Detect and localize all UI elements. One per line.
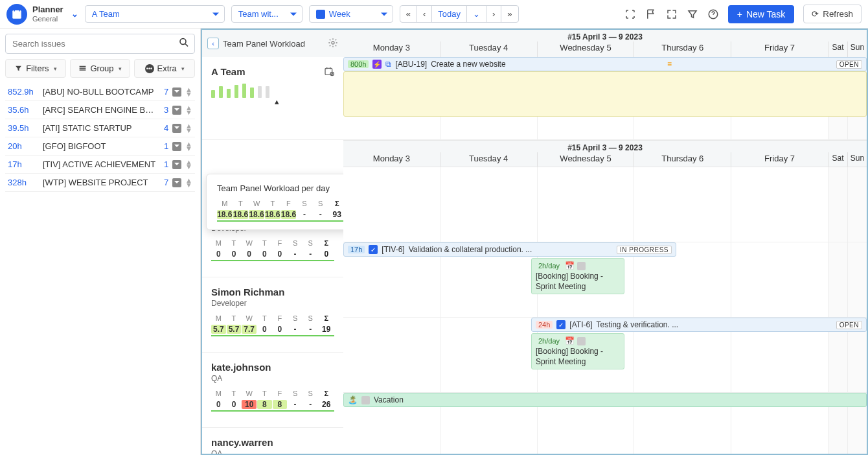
team-with-select[interactable]: Team wit... [231,5,303,23]
nav-first[interactable]: « [400,6,417,22]
panel-collapse-button[interactable]: ‹ [207,38,219,49]
task-vacation[interactable]: 🏝️ Vacation [343,393,867,407]
day-header: Tuesday 4 [440,41,537,57]
issue-hours: 20h [8,141,39,151]
nav-next[interactable]: › [486,6,501,22]
extra-button[interactable]: ••• Extra▾ [134,59,195,78]
topbar: Planner General ⌄ A Team Team wit... Wee… [0,0,868,29]
day-header: Sun [847,152,867,167]
nav-today[interactable]: Today [432,6,467,22]
task-tiv-key: [TIV-6] [382,245,404,254]
task-ati[interactable]: 24h ✓ [ATI-6] Testing & verification. ..… [531,318,867,332]
svg-rect-6 [325,68,332,75]
issue-row[interactable]: 852.9h [ABU] NO-BULL BOOTCAMP 7 ▲▼ [5,83,195,101]
member-name: Simon Richman [211,286,334,298]
issue-dropdown-icon[interactable] [172,106,181,115]
issue-dropdown-icon[interactable] [172,124,181,133]
task-ati-status: OPEN [836,321,862,329]
task-ati-key: [ATI-6] [569,320,592,329]
filter-row: Filters▾ Group▾ ••• Extra▾ [5,59,195,78]
member-role: QA [211,449,334,454]
flag-icon[interactable] [645,8,657,20]
issue-row[interactable]: 20h [GFO] BIGFOOT 1 ▲▼ [5,137,195,156]
issue-sort-icon[interactable]: ▲▼ [185,106,192,115]
calendar-week-icon [316,10,325,19]
issue-count: 7 [159,87,168,97]
issue-row[interactable]: 328h [WTP] WEBSITE PROJECT 7 ▲▼ [5,174,195,192]
task-abu-span[interactable] [343,71,867,117]
task-tiv-status: IN PROGRESS [617,246,672,254]
vacation-icon: 🏝️ [348,395,358,404]
app-dropdown[interactable]: ⌄ [71,9,78,19]
gear-icon[interactable] [328,38,338,50]
group-button[interactable]: Group▾ [70,59,131,78]
team-name: A Team [211,66,334,77]
nav-prev[interactable]: ‹ [417,6,432,22]
issue-dropdown-icon[interactable] [172,142,181,151]
issue-dropdown-icon[interactable] [172,178,181,187]
help-icon[interactable] [707,8,719,20]
day-header: Tuesday 4 [440,152,537,167]
calendar: #15 April 3 — 9 2023 Monday 3Tuesday 4We… [343,29,868,455]
task-abu-key: [ABU-19] [395,60,427,69]
calendar-add-icon[interactable] [324,66,334,78]
issue-hours: 328h [8,178,39,187]
plus-icon: + [737,9,742,19]
issue-count: 1 [159,159,168,169]
cal-nancy-section: 🏝️ Vacation [343,393,867,455]
filter-icon[interactable] [687,8,698,20]
task-abu-hours: 800h [348,60,369,68]
app-subtitle: General [32,15,63,23]
issue-name: [WTP] WEBSITE PROJECT [43,178,155,187]
search-input[interactable] [5,34,195,54]
filters-button[interactable]: Filters▾ [5,59,66,78]
refresh-label: Refresh [823,9,853,19]
cal-simon-section: 17h ✓ [TIV-6] Validation & collateral pr… [343,242,867,318]
new-task-label: New Task [746,9,785,19]
issue-dropdown-icon[interactable] [172,160,181,169]
new-task-button[interactable]: + New Task [728,5,795,23]
content: ‹ Team Panel Workload A Team [201,29,868,455]
team-select[interactable]: A Team [85,5,225,23]
date-nav: « ‹ Today ⌄ › » [400,5,519,23]
period-value: Week [329,9,350,19]
issue-sort-icon[interactable]: ▲▼ [185,142,192,151]
team-summary-row: A Team ▴ [202,57,343,140]
member-role: QA [211,374,334,383]
task-abu[interactable]: 800h ⚡ ⧉ [ABU-19] Create a new website ≡… [343,57,867,71]
member-row: Simon Richman Developer MTWTFSSΣ5.75.77.… [202,277,343,353]
refresh-button[interactable]: ⟳ Refresh [803,5,862,23]
cal-bob-section [343,167,867,242]
filters-label: Filters [26,64,49,73]
issue-row[interactable]: 17h [TIV] ACTIVE ACHIEVEMENT 1 ▲▼ [5,156,195,174]
booking-simon[interactable]: 2h/day 📅 [Booking] Booking - Sprint Meet… [531,258,624,294]
group-label: Group [90,64,113,73]
calendar-booking-icon: 📅 [565,261,575,270]
issue-sort-icon[interactable]: ▲▼ [185,178,192,187]
member-name: kate.johnson [211,362,334,373]
issue-row[interactable]: 39.5h [ATI] STATIC STARTUP 4 ▲▼ [5,119,195,137]
app-title: Planner [32,5,63,14]
issue-dropdown-icon[interactable] [172,88,181,97]
check-disabled-icon [577,337,586,345]
task-abu-status: OPEN [836,60,862,69]
nav-today-dropdown[interactable]: ⌄ [467,6,486,22]
svg-rect-1 [14,9,16,11]
task-icon: ✓ [556,320,565,329]
task-tiv[interactable]: 17h ✓ [TIV-6] Validation & collateral pr… [343,242,676,257]
issue-sort-icon[interactable]: ▲▼ [185,124,192,133]
issue-row[interactable]: 35.6h [ARC] SEARCH ENGINE BAN.. 3 ▲▼ [5,101,195,119]
expand-icon[interactable] [666,8,678,20]
booking-kate[interactable]: 2h/day 📅 [Booking] Booking - Sprint Meet… [531,333,624,369]
issue-sort-icon[interactable]: ▲▼ [185,88,192,97]
scan-icon[interactable] [624,8,636,20]
issue-sort-icon[interactable]: ▲▼ [185,160,192,169]
search-icon[interactable] [178,36,190,51]
issue-hours: 17h [8,159,39,169]
task-ati-hours: 24h [536,321,553,329]
period-select[interactable]: Week [309,5,393,23]
nav-last[interactable]: » [501,6,518,22]
subtasks-icon: ⧉ [385,60,391,69]
day-header: Friday 7 [731,41,828,57]
dots-icon: ••• [145,64,154,73]
